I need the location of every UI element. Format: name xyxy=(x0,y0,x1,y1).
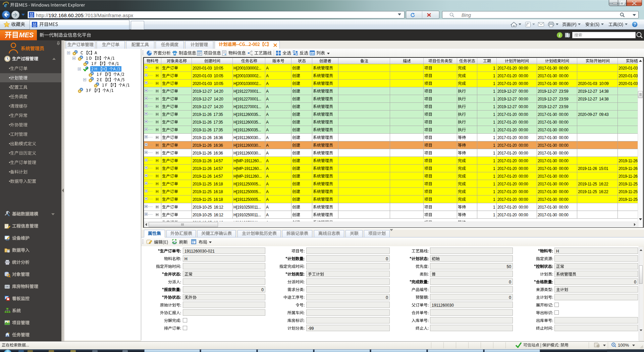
svg-text:i: i xyxy=(559,33,560,38)
svg-text:?: ? xyxy=(634,22,636,27)
